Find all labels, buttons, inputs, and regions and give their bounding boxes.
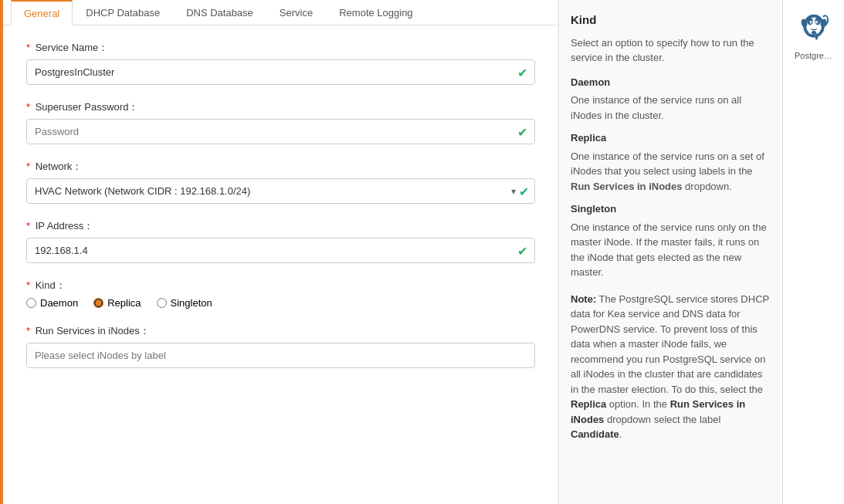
- kind-replica-radio[interactable]: [93, 298, 103, 308]
- kind-replica-option[interactable]: Replica: [93, 297, 141, 309]
- service-name-group: * Service Name： ✔: [26, 41, 535, 85]
- kind-daemon-option[interactable]: Daemon: [26, 297, 78, 309]
- kind-singleton-radio[interactable]: [157, 298, 167, 308]
- run-services-group: * Run Services in iNodes：: [26, 324, 535, 368]
- help-singleton-title: Singleton: [571, 201, 771, 217]
- ip-address-group: * IP Address： ✔: [26, 219, 535, 263]
- help-note: Note: The PostgreSQL service stores DHCP…: [571, 292, 771, 442]
- form-area: * Service Name： ✔ * Superuser Password： …: [3, 25, 558, 504]
- ip-address-label: * IP Address：: [26, 219, 535, 233]
- required-star-ip: *: [26, 220, 30, 232]
- tab-remote-logging[interactable]: Remote Logging: [326, 0, 425, 25]
- tab-general[interactable]: General: [11, 0, 73, 25]
- svg-point-7: [816, 22, 818, 23]
- required-star-service: *: [26, 42, 30, 53]
- icon-panel: Postgre…: [782, 0, 844, 504]
- superuser-password-group: * Superuser Password： ✔: [26, 100, 535, 144]
- required-star-password: *: [26, 101, 30, 113]
- kind-singleton-option[interactable]: Singleton: [157, 297, 212, 309]
- service-name-check-icon: ✔: [517, 65, 527, 79]
- kind-daemon-label: Daemon: [40, 297, 78, 309]
- help-daemon-title: Daemon: [571, 75, 771, 90]
- required-star-network: *: [26, 161, 30, 172]
- kind-group: * Kind： Daemon Replica Singleton: [26, 279, 535, 309]
- network-select-wrapper: HVAC Network (Network CIDR : 192.168.1.0…: [26, 178, 535, 204]
- kind-singleton-label: Singleton: [171, 297, 212, 309]
- superuser-password-label: * Superuser Password：: [26, 100, 535, 114]
- superuser-password-check-icon: ✔: [517, 124, 527, 139]
- network-select[interactable]: HVAC Network (Network CIDR : 192.168.1.0…: [26, 178, 535, 204]
- kind-radio-group: Daemon Replica Singleton: [26, 297, 535, 309]
- required-star-run-services: *: [26, 325, 30, 337]
- tab-bar: General DHCP Database DNS Database Servi…: [3, 0, 558, 25]
- icon-panel-label: Postgre…: [795, 51, 832, 60]
- svg-point-6: [810, 22, 812, 23]
- service-name-input-wrapper: ✔: [26, 59, 535, 85]
- required-star-kind: *: [26, 279, 30, 291]
- ip-address-input-wrapper: ✔: [26, 238, 535, 263]
- svg-point-8: [811, 31, 815, 35]
- network-label: * Network：: [26, 160, 535, 174]
- help-title: Kind: [571, 12, 771, 29]
- kind-daemon-radio[interactable]: [26, 298, 36, 308]
- help-singleton-text: One instance of the service runs only on…: [571, 220, 771, 280]
- help-subtitle: Select an option to specify how to run t…: [571, 36, 771, 66]
- tab-service[interactable]: Service: [266, 0, 326, 25]
- kind-replica-label: Replica: [107, 297, 141, 309]
- service-name-input[interactable]: [26, 59, 535, 85]
- run-services-label: * Run Services in iNodes：: [26, 324, 535, 338]
- help-daemon-text: One instance of the service runs on all …: [571, 93, 771, 123]
- ip-address-input[interactable]: [26, 238, 535, 263]
- help-replica-text: One instance of the service runs on a se…: [571, 149, 771, 194]
- postgresql-logo: [795, 8, 833, 46]
- run-services-input[interactable]: [26, 343, 535, 368]
- superuser-password-input-wrapper: ✔: [26, 119, 535, 144]
- network-group: * Network： HVAC Network (Network CIDR : …: [26, 160, 535, 204]
- main-content: General DHCP Database DNS Database Servi…: [3, 0, 558, 504]
- service-name-label: * Service Name：: [26, 41, 535, 55]
- help-panel: Kind Select an option to specify how to …: [558, 0, 782, 504]
- kind-label: * Kind：: [26, 279, 535, 293]
- help-replica-title: Replica: [571, 130, 771, 146]
- tab-dns-database[interactable]: DNS Database: [173, 0, 266, 25]
- ip-address-check-icon: ✔: [517, 243, 527, 258]
- superuser-password-input[interactable]: [26, 119, 535, 144]
- tab-dhcp-database[interactable]: DHCP Database: [73, 0, 173, 25]
